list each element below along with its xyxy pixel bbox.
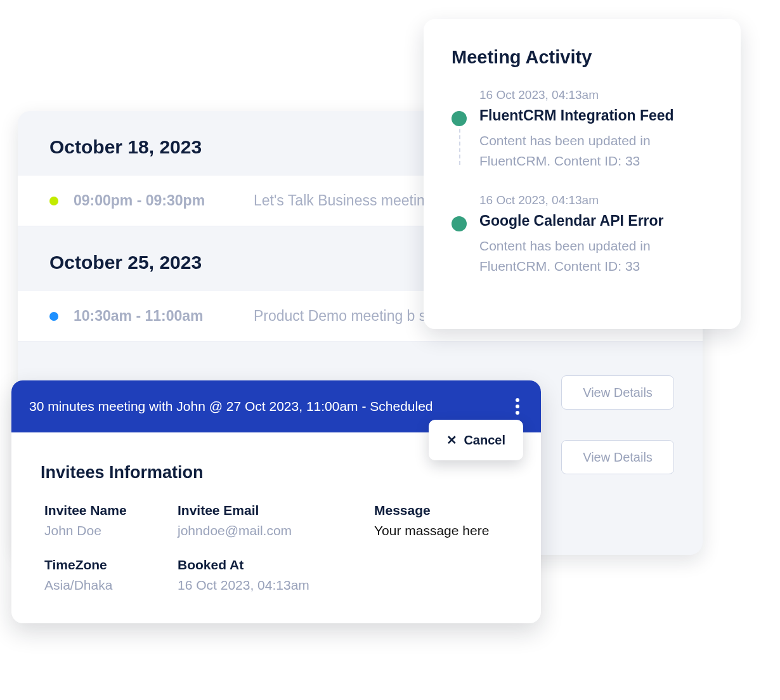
slot-time: 09:00pm - 09:30pm xyxy=(74,192,238,209)
field-value: Asia/Dhaka xyxy=(44,578,171,593)
activity-item: 16 Oct 2023, 04:13am FluentCRM Integrati… xyxy=(479,88,713,171)
activity-body: Content has been updated in FluentCRM. C… xyxy=(479,131,713,171)
field-value: 16 Oct 2023, 04:13am xyxy=(178,578,368,593)
activity-list: 16 Oct 2023, 04:13am FluentCRM Integrati… xyxy=(452,88,713,276)
booked-at-block: Booked At 16 Oct 2023, 04:13am xyxy=(178,557,368,593)
cancel-menu-item[interactable]: ✕ Cancel xyxy=(429,420,523,460)
message-block: Message Your massage here xyxy=(374,503,512,538)
field-label: Invitee Email xyxy=(178,503,368,518)
kebab-menu-icon[interactable] xyxy=(512,396,523,417)
field-label: Message xyxy=(374,503,512,518)
view-details-button[interactable]: View Details xyxy=(561,375,674,410)
field-value: John Doe xyxy=(44,523,171,538)
invitee-name-block: Invitee Name John Doe xyxy=(44,503,171,538)
field-label: Invitee Name xyxy=(44,503,171,518)
view-details-group: View Details View Details xyxy=(561,375,674,474)
timeline-dot-icon xyxy=(452,111,467,126)
invitees-info-grid: Invitee Name John Doe Invitee Email john… xyxy=(11,498,541,623)
field-label: Booked At xyxy=(178,557,368,573)
activity-heading: FluentCRM Integration Feed xyxy=(479,107,713,124)
timezone-block: TimeZone Asia/Dhaka xyxy=(44,557,171,593)
status-dot xyxy=(49,197,58,205)
meeting-detail-card: 30 minutes meeting with John @ 27 Oct 20… xyxy=(11,380,541,623)
field-label: TimeZone xyxy=(44,557,171,573)
status-dot xyxy=(49,312,58,321)
timeline-dot-icon xyxy=(452,216,467,231)
timeline-line xyxy=(459,122,460,165)
activity-timestamp: 16 Oct 2023, 04:13am xyxy=(479,193,713,207)
invitee-email-block: Invitee Email johndoe@mail.com xyxy=(178,503,368,538)
activity-title: Meeting Activity xyxy=(452,47,713,68)
activity-heading: Google Calendar API Error xyxy=(479,212,713,230)
field-value: Your massage here xyxy=(374,523,512,538)
activity-body: Content has been updated in FluentCRM. C… xyxy=(479,236,713,276)
activity-item: 16 Oct 2023, 04:13am Google Calendar API… xyxy=(479,193,713,276)
meeting-title: 30 minutes meeting with John @ 27 Oct 20… xyxy=(29,399,433,414)
field-value: johndoe@mail.com xyxy=(178,523,368,538)
cancel-label: Cancel xyxy=(464,433,505,448)
view-details-button[interactable]: View Details xyxy=(561,440,674,474)
close-icon: ✕ xyxy=(446,432,457,448)
slot-time: 10:30am - 11:00am xyxy=(74,308,238,325)
activity-card: Meeting Activity 16 Oct 2023, 04:13am Fl… xyxy=(424,19,741,329)
activity-timestamp: 16 Oct 2023, 04:13am xyxy=(479,88,713,102)
